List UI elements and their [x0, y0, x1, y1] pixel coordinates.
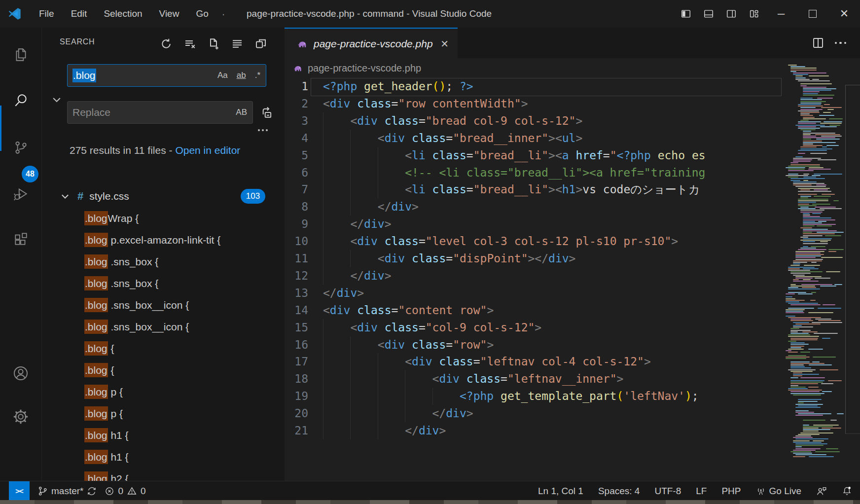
search-result-item[interactable]: .blog h1 { [42, 446, 285, 468]
code-line[interactable]: 15 <div class="col-9 col-s-12"> [285, 319, 787, 336]
window-close-button[interactable]: ✕ [828, 0, 860, 28]
extensions-icon[interactable] [0, 217, 41, 261]
match-case-toggle[interactable]: Aa [216, 70, 229, 81]
search-result-item[interactable]: .blogWrap { [42, 208, 285, 229]
toggle-secondary-sidebar-icon[interactable] [720, 0, 743, 28]
code-line-text: <div class="level col-3 col-s-12 pl-s10 … [323, 233, 678, 250]
source-control-icon[interactable] [0, 125, 41, 170]
code-line[interactable]: 10 <div class="level col-3 col-s-12 pl-s… [285, 233, 787, 250]
menu-selection[interactable]: Selection [95, 0, 150, 28]
code-line[interactable]: 3 <div class="bread col-9 col-s-12"> [285, 112, 787, 130]
cursor-position-item[interactable]: Ln 1, Col 1 [538, 486, 583, 497]
code-line-text: <div class="row contentWidth"> [323, 95, 528, 112]
search-icon[interactable] [0, 78, 41, 122]
open-new-search-editor-icon[interactable] [205, 36, 222, 52]
code-line[interactable]: 14<div class="content row"> [285, 302, 787, 319]
encoding-item[interactable]: UTF-8 [654, 486, 681, 497]
tab-page-practice-vscode[interactable]: page-practice-vscode.php ✕ [285, 28, 458, 59]
search-result-item[interactable]: .blog .sns_box__icon { [42, 316, 285, 338]
search-result-item[interactable]: .blog .sns_box { [42, 273, 285, 294]
code-line[interactable]: 2<div class="row contentWidth"> [285, 95, 787, 112]
code-line[interactable]: 13</div> [285, 285, 787, 302]
line-number: 1 [285, 78, 308, 95]
refresh-icon[interactable] [158, 36, 175, 52]
menu-file[interactable]: File [31, 0, 63, 28]
notifications-bell-icon[interactable] [842, 486, 852, 496]
search-result-item[interactable]: .blog .sns_box__icon { [42, 294, 285, 316]
eol-item[interactable]: LF [696, 486, 707, 497]
code-area[interactable]: 1<?php get_header(); ?>2<div class="row … [285, 78, 787, 481]
split-editor-icon[interactable] [812, 37, 824, 49]
php-file-icon [293, 64, 303, 73]
more-actions-icon[interactable] [835, 42, 847, 44]
breadcrumb[interactable]: page-practice-vscode.php [285, 58, 860, 78]
clear-search-results-icon[interactable] [181, 36, 198, 52]
code-line-text: <?php get_template_part('leftNav'); [323, 388, 699, 405]
replace-all-icon[interactable] [258, 104, 276, 121]
indentation-item[interactable]: Spaces: 4 [598, 486, 640, 497]
toggle-replace-chevron-icon[interactable] [51, 94, 63, 106]
search-input[interactable]: .blog Aa ab .* [67, 64, 266, 87]
code-line[interactable]: 21 </div> [285, 422, 787, 439]
menu-edit[interactable]: Edit [63, 0, 96, 28]
language-mode-item[interactable]: PHP [721, 486, 741, 497]
code-line[interactable]: 19 <?php get_template_part('leftNav'); [285, 388, 787, 405]
toggle-panel-icon[interactable] [697, 0, 720, 28]
scrollbar-slider[interactable] [845, 85, 860, 434]
tab-close-icon[interactable]: ✕ [440, 38, 449, 50]
menu-overflow-dot[interactable]: · [217, 8, 230, 20]
regex-toggle[interactable]: .* [253, 70, 262, 81]
code-line[interactable]: 4 <div class="bread__inner"><ul> [285, 130, 787, 147]
line-number: 7 [285, 181, 308, 198]
match-context: h2 { [108, 473, 129, 481]
customize-layout-icon[interactable] [743, 0, 765, 28]
minimap[interactable] [786, 65, 845, 464]
window-maximize-button[interactable] [797, 0, 828, 28]
git-branch-item[interactable]: master* [37, 486, 97, 497]
open-results-in-editor-icon[interactable] [252, 36, 269, 52]
accounts-icon[interactable] [0, 351, 41, 396]
collapse-all-icon[interactable] [229, 36, 246, 52]
settings-gear-icon[interactable] [0, 395, 41, 439]
menu-go[interactable]: Go [187, 0, 216, 28]
code-line[interactable]: 11 <div class="dispPoint"></div> [285, 250, 787, 267]
code-line[interactable]: 18 <div class="leftnav__inner"> [285, 370, 787, 388]
search-result-item[interactable]: .blog .sns_box { [42, 251, 285, 273]
code-line[interactable]: 7 <li class="bread__li"><h1>vs codeのショート… [285, 181, 787, 198]
sync-icon[interactable] [87, 486, 97, 496]
chevron-down-icon[interactable] [60, 191, 71, 202]
feedback-icon[interactable] [816, 486, 827, 497]
code-line[interactable]: 9 </div> [285, 216, 787, 233]
toggle-search-details-icon[interactable] [253, 124, 273, 136]
menu-view[interactable]: View [151, 0, 188, 28]
run-debug-icon[interactable] [0, 172, 41, 216]
search-result-item[interactable]: .blog h1 { [42, 425, 285, 446]
preserve-case-toggle[interactable]: AB [234, 107, 249, 118]
open-in-editor-link[interactable]: Open in editor [175, 144, 240, 156]
go-live-item[interactable]: Go Live [756, 486, 801, 497]
search-result-item[interactable]: .blog { [42, 360, 285, 381]
search-result-item[interactable]: .blog p.excel-amazon-link-tit { [42, 229, 285, 251]
search-result-item[interactable]: .blog { [42, 338, 285, 360]
match-context: h1 { [108, 451, 129, 463]
window-minimize-button[interactable]: ─ [765, 0, 797, 28]
search-result-item[interactable]: .blog h2 { [42, 468, 285, 481]
search-result-item[interactable]: .blog p { [42, 403, 285, 425]
code-line-text: <div class="leftnav col-4 col-s-12"> [323, 353, 651, 370]
problems-item[interactable]: 0 0 [105, 486, 145, 497]
code-line[interactable]: 1<?php get_header(); ?> [285, 78, 787, 95]
replace-input[interactable]: Replace AB [67, 101, 253, 124]
file-result-group[interactable]: # style.css 103 [42, 185, 285, 207]
code-line[interactable]: 20 </div> [285, 405, 787, 422]
remote-indicator[interactable]: >< [9, 481, 30, 501]
explorer-icon[interactable] [0, 33, 41, 77]
toggle-sidebar-icon[interactable] [675, 0, 697, 28]
code-line[interactable]: 17 <div class="leftnav col-4 col-s-12"> [285, 353, 787, 370]
code-line[interactable]: 12 </div> [285, 267, 787, 285]
whole-word-toggle[interactable]: ab [235, 70, 248, 81]
search-result-item[interactable]: .blog p { [42, 381, 285, 403]
code-line[interactable]: 8 </div> [285, 198, 787, 216]
code-line[interactable]: 16 <div class="row"> [285, 336, 787, 354]
code-line[interactable]: 6 <!-- <li class="bread__li"><a href="tr… [285, 164, 787, 181]
code-line[interactable]: 5 <li class="bread__li"><a href="<?php e… [285, 147, 787, 164]
